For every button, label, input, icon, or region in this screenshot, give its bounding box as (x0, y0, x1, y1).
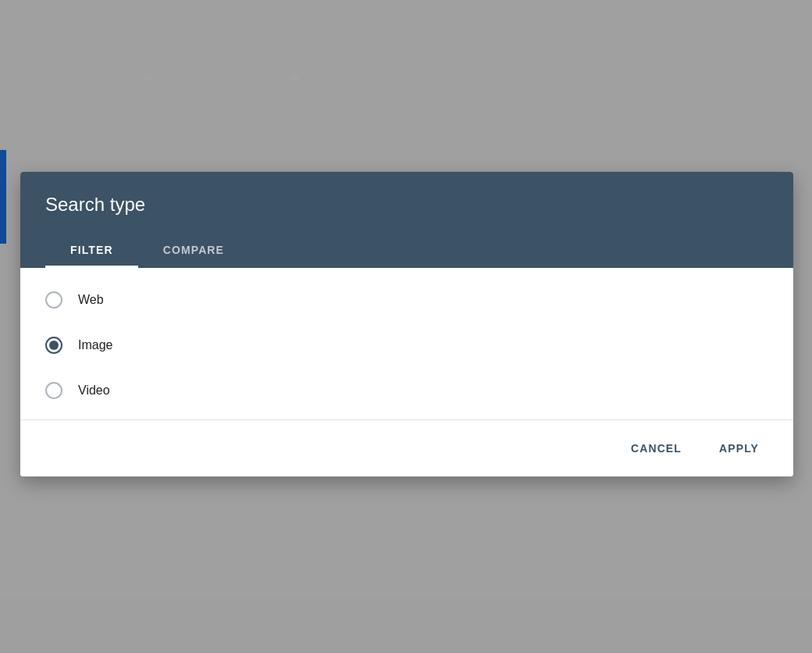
dialog-tabs: FILTER COMPARE (45, 234, 768, 268)
radio-option-image[interactable]: Image (20, 323, 793, 368)
radio-web[interactable] (45, 291, 62, 309)
radio-video-label: Video (78, 384, 110, 398)
dialog-actions: CANCEL APPLY (20, 420, 793, 476)
radio-option-video[interactable]: Video (20, 368, 793, 413)
search-type-dialog: Search type FILTER COMPARE Web Image Vid… (20, 172, 793, 476)
radio-web-label: Web (78, 293, 104, 307)
cancel-button[interactable]: CANCEL (615, 433, 697, 464)
dialog-body: Web Image Video CANCEL APPLY (20, 268, 793, 476)
radio-option-web[interactable]: Web (20, 277, 793, 323)
radio-video[interactable] (45, 382, 62, 399)
tab-compare[interactable]: COMPARE (138, 234, 249, 268)
tab-filter[interactable]: FILTER (45, 234, 138, 268)
apply-button[interactable]: APPLY (703, 433, 775, 464)
radio-image[interactable] (45, 337, 62, 354)
radio-image-label: Image (78, 338, 112, 352)
dialog-header: Search type FILTER COMPARE (20, 172, 793, 268)
dialog-title: Search type (45, 194, 768, 216)
